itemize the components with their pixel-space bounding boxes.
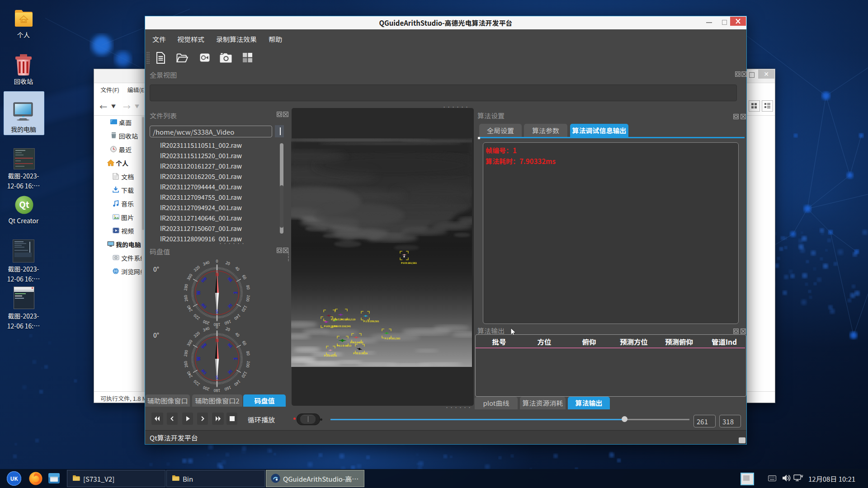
svg-text:320: 320: [192, 264, 201, 272]
svg-text:40: 40: [234, 331, 241, 338]
svg-text:SW: SW: [200, 302, 208, 310]
svg-text:200: 200: [202, 385, 210, 392]
svg-text:NE: NE: [226, 342, 234, 349]
svg-text:40: 40: [234, 265, 241, 272]
svg-text:80: 80: [245, 285, 252, 290]
svg-text:0: 0: [216, 258, 218, 264]
svg-text:W: W: [195, 291, 202, 295]
svg-text:0: 0: [216, 324, 218, 330]
svg-text:NW: NW: [200, 276, 208, 284]
svg-text:100: 100: [245, 361, 251, 368]
svg-text:SW: SW: [200, 368, 208, 376]
svg-text:280: 280: [182, 349, 189, 357]
svg-text:260: 260: [182, 361, 189, 368]
svg-text:240: 240: [185, 370, 194, 379]
svg-text:340: 340: [202, 259, 210, 267]
svg-text:60: 60: [241, 339, 248, 346]
svg-text:160: 160: [224, 385, 232, 392]
svg-text:100: 100: [245, 295, 251, 302]
svg-text:W: W: [195, 357, 202, 361]
svg-text:E: E: [232, 291, 239, 294]
svg-text:280: 280: [182, 283, 189, 291]
svg-text:P:11 D:12/13: P:11 D:12/13: [337, 344, 351, 347]
svg-text:P:5 D:61/119: P:5 D:61/119: [341, 318, 355, 321]
svg-text:260: 260: [182, 295, 189, 302]
svg-text:180: 180: [214, 388, 221, 394]
svg-text:120: 120: [240, 370, 249, 379]
svg-text:UK: UK: [10, 474, 18, 482]
svg-text:NE: NE: [226, 276, 234, 283]
svg-text:240: 240: [185, 304, 194, 313]
svg-text:P:10 D:218/241: P:10 D:218/241: [334, 324, 351, 328]
svg-text:P:0 D:261/261: P:0 D:261/261: [401, 261, 417, 264]
svg-text:340: 340: [202, 325, 210, 333]
svg-text:220: 220: [192, 379, 201, 387]
svg-text:60: 60: [241, 273, 248, 280]
svg-text:300: 300: [185, 272, 194, 281]
svg-text:P:12 D:19/39: P:12 D:19/39: [353, 352, 368, 355]
svg-text:20: 20: [225, 325, 231, 333]
svg-text:320: 320: [192, 330, 201, 338]
svg-text:P:1 D:259/261: P:1 D:259/261: [363, 319, 379, 323]
svg-text:300: 300: [185, 338, 194, 347]
svg-text:P:2 D:261/261: P:2 D:261/261: [384, 337, 400, 340]
svg-text:Qt: Qt: [19, 198, 29, 210]
svg-text:20: 20: [225, 259, 231, 267]
svg-text:80: 80: [245, 351, 252, 356]
svg-text:P:3 D:65/91: P:3 D:65/91: [324, 354, 337, 357]
svg-text:140: 140: [233, 379, 242, 387]
svg-text:120: 120: [240, 304, 249, 313]
svg-text:NW: NW: [200, 342, 208, 350]
svg-text:P:4 D:94/95: P:4 D:94/95: [350, 341, 363, 344]
svg-text:E: E: [232, 357, 239, 360]
